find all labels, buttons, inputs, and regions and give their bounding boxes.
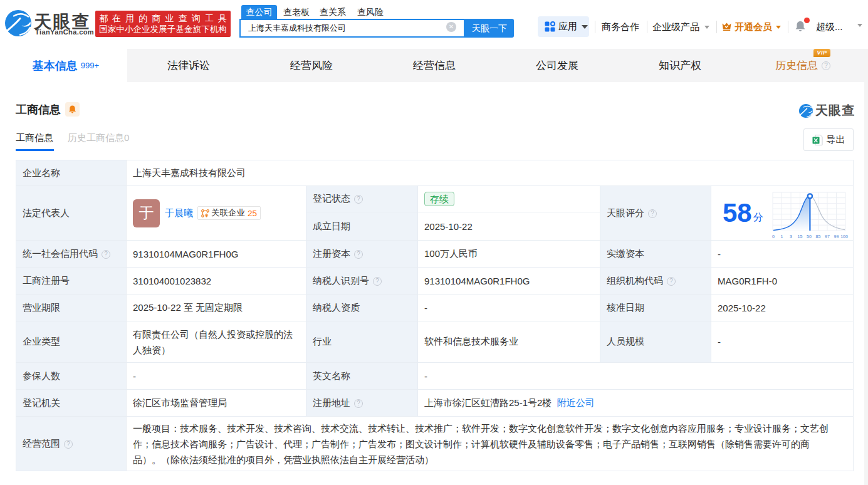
svg-text:99: 99	[834, 234, 839, 238]
svg-text:3: 3	[790, 234, 792, 238]
svg-text:50: 50	[807, 234, 812, 238]
svg-text:100: 100	[840, 234, 848, 238]
svg-text:0: 0	[772, 234, 775, 238]
svg-text:1: 1	[781, 234, 783, 238]
svg-text:97: 97	[825, 234, 830, 238]
svg-text:85: 85	[816, 234, 821, 238]
svg-text:15: 15	[798, 234, 803, 238]
